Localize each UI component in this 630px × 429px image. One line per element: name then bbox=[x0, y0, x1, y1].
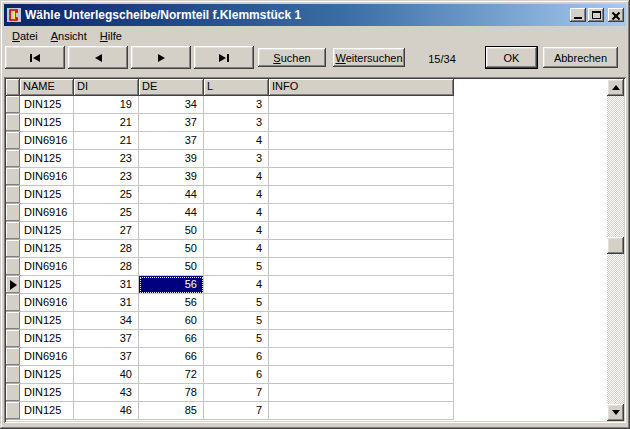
cell-info[interactable] bbox=[269, 276, 454, 294]
cell-info[interactable] bbox=[269, 96, 454, 114]
minimize-button[interactable] bbox=[570, 8, 586, 22]
row-indicator[interactable] bbox=[6, 366, 20, 384]
cell-info[interactable] bbox=[269, 294, 454, 312]
cell-l[interactable]: 6 bbox=[204, 348, 269, 366]
cell-de[interactable]: 50 bbox=[139, 258, 204, 276]
cell-di[interactable]: 23 bbox=[74, 168, 139, 186]
cell-de[interactable]: 72 bbox=[139, 366, 204, 384]
cell-info[interactable] bbox=[269, 312, 454, 330]
scroll-up-button[interactable] bbox=[607, 79, 624, 96]
cell-di[interactable]: 40 bbox=[74, 366, 139, 384]
row-indicator[interactable] bbox=[6, 204, 20, 222]
row-indicator[interactable] bbox=[6, 258, 20, 276]
cell-di[interactable]: 31 bbox=[74, 276, 139, 294]
cell-l[interactable]: 5 bbox=[204, 330, 269, 348]
cell-l[interactable]: 4 bbox=[204, 276, 269, 294]
cell-l[interactable]: 7 bbox=[204, 384, 269, 402]
cell-name[interactable]: DIN125 bbox=[20, 240, 74, 258]
cell-de[interactable]: 85 bbox=[139, 402, 204, 420]
scrollbar-thumb[interactable] bbox=[607, 237, 624, 254]
cell-de[interactable]: 44 bbox=[139, 186, 204, 204]
cell-di[interactable]: 28 bbox=[74, 240, 139, 258]
menu-datei[interactable]: Datei bbox=[12, 30, 38, 42]
cell-de[interactable]: 78 bbox=[139, 384, 204, 402]
row-indicator[interactable] bbox=[6, 114, 20, 132]
cell-de[interactable]: 50 bbox=[139, 222, 204, 240]
cell-name[interactable]: DIN125 bbox=[20, 222, 74, 240]
cell-name[interactable]: DIN6916 bbox=[20, 204, 74, 222]
cell-name[interactable]: DIN125 bbox=[20, 384, 74, 402]
cell-name[interactable]: DIN125 bbox=[20, 312, 74, 330]
row-indicator[interactable] bbox=[6, 168, 20, 186]
cell-info[interactable] bbox=[269, 204, 454, 222]
cell-de[interactable]: 37 bbox=[139, 132, 204, 150]
cell-di[interactable]: 23 bbox=[74, 150, 139, 168]
cell-de[interactable]: 66 bbox=[139, 330, 204, 348]
cell-name[interactable]: DIN125 bbox=[20, 150, 74, 168]
cell-l[interactable]: 5 bbox=[204, 312, 269, 330]
cell-info[interactable] bbox=[269, 168, 454, 186]
column-header-l[interactable]: L bbox=[204, 79, 269, 96]
cell-name[interactable]: DIN125 bbox=[20, 276, 74, 294]
cell-l[interactable]: 4 bbox=[204, 222, 269, 240]
cell-di[interactable]: 25 bbox=[74, 186, 139, 204]
scroll-down-button[interactable] bbox=[607, 404, 624, 421]
cell-info[interactable] bbox=[269, 240, 454, 258]
column-header-di[interactable]: DI bbox=[74, 79, 139, 96]
cell-info[interactable] bbox=[269, 222, 454, 240]
cell-di[interactable]: 37 bbox=[74, 330, 139, 348]
column-header-info[interactable]: INFO bbox=[269, 79, 454, 96]
cell-di[interactable]: 28 bbox=[74, 258, 139, 276]
cell-l[interactable]: 5 bbox=[204, 258, 269, 276]
cell-info[interactable] bbox=[269, 348, 454, 366]
cell-info[interactable] bbox=[269, 330, 454, 348]
cell-info[interactable] bbox=[269, 258, 454, 276]
cell-de[interactable]: 39 bbox=[139, 150, 204, 168]
menu-ansicht[interactable]: Ansicht bbox=[51, 30, 87, 42]
search-button[interactable]: Suchen bbox=[258, 48, 326, 67]
cell-di[interactable]: 21 bbox=[74, 132, 139, 150]
cell-l[interactable]: 4 bbox=[204, 132, 269, 150]
cell-l[interactable]: 6 bbox=[204, 366, 269, 384]
row-indicator[interactable] bbox=[6, 384, 20, 402]
cell-de[interactable]: 50 bbox=[139, 240, 204, 258]
cell-info[interactable] bbox=[269, 366, 454, 384]
cell-name[interactable]: DIN6916 bbox=[20, 258, 74, 276]
cell-l[interactable]: 4 bbox=[204, 240, 269, 258]
cell-di[interactable]: 27 bbox=[74, 222, 139, 240]
cell-di[interactable]: 37 bbox=[74, 348, 139, 366]
row-indicator[interactable] bbox=[6, 96, 20, 114]
maximize-button[interactable] bbox=[588, 8, 604, 22]
cell-name[interactable]: DIN125 bbox=[20, 330, 74, 348]
cell-name[interactable]: DIN125 bbox=[20, 366, 74, 384]
cell-name[interactable]: DIN125 bbox=[20, 96, 74, 114]
ok-button[interactable]: OK bbox=[485, 46, 538, 69]
last-record-button[interactable] bbox=[194, 46, 254, 69]
cell-l[interactable]: 3 bbox=[204, 96, 269, 114]
cell-di[interactable]: 43 bbox=[74, 384, 139, 402]
row-indicator[interactable] bbox=[6, 402, 20, 420]
cell-di[interactable]: 31 bbox=[74, 294, 139, 312]
row-indicator[interactable] bbox=[6, 186, 20, 204]
cell-di[interactable]: 21 bbox=[74, 114, 139, 132]
row-indicator[interactable] bbox=[6, 348, 20, 366]
cell-de[interactable]: 44 bbox=[139, 204, 204, 222]
row-indicator[interactable] bbox=[6, 222, 20, 240]
search-next-button[interactable]: Weitersuchen bbox=[333, 48, 405, 67]
cell-name[interactable]: DIN6916 bbox=[20, 348, 74, 366]
cell-info[interactable] bbox=[269, 384, 454, 402]
cell-de[interactable]: 66 bbox=[139, 348, 204, 366]
row-indicator[interactable] bbox=[6, 330, 20, 348]
next-record-button[interactable] bbox=[131, 46, 191, 69]
cell-de[interactable]: 56 bbox=[139, 294, 204, 312]
close-button[interactable] bbox=[608, 8, 624, 22]
row-indicator[interactable] bbox=[6, 312, 20, 330]
cell-info[interactable] bbox=[269, 132, 454, 150]
cell-di[interactable]: 46 bbox=[74, 402, 139, 420]
row-indicator-current[interactable] bbox=[6, 276, 20, 294]
row-indicator[interactable] bbox=[6, 240, 20, 258]
cell-info[interactable] bbox=[269, 186, 454, 204]
row-indicator[interactable] bbox=[6, 294, 20, 312]
cell-name[interactable]: DIN6916 bbox=[20, 168, 74, 186]
cell-name[interactable]: DIN125 bbox=[20, 114, 74, 132]
